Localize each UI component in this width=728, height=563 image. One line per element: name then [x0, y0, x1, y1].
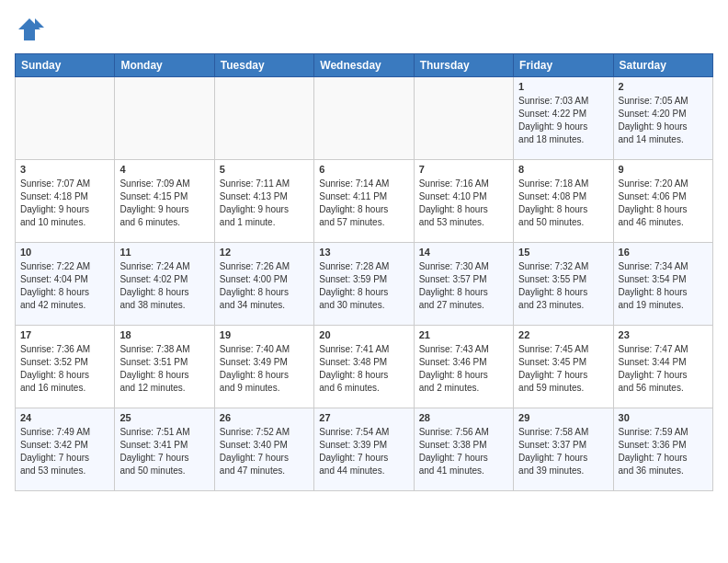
calendar-cell: 27Sunrise: 7:54 AM Sunset: 3:39 PM Dayli… [314, 408, 414, 491]
day-number: 4 [119, 164, 209, 175]
day-number: 16 [619, 247, 708, 258]
day-number: 28 [419, 412, 508, 423]
day-number: 13 [319, 247, 408, 258]
day-info: Sunrise: 7:34 AM Sunset: 3:54 PM Dayligh… [619, 260, 708, 312]
day-info: Sunrise: 7:30 AM Sunset: 3:57 PM Dayligh… [419, 260, 508, 312]
day-info: Sunrise: 7:05 AM Sunset: 4:20 PM Dayligh… [619, 95, 708, 146]
logo-icon [15, 15, 44, 44]
calendar-cell: 11Sunrise: 7:24 AM Sunset: 4:02 PM Dayli… [115, 243, 214, 326]
day-info: Sunrise: 7:24 AM Sunset: 4:02 PM Dayligh… [119, 260, 209, 312]
day-info: Sunrise: 7:51 AM Sunset: 3:41 PM Dayligh… [119, 426, 209, 477]
day-number: 20 [319, 329, 408, 340]
day-number: 19 [220, 329, 309, 340]
calendar-cell: 20Sunrise: 7:41 AM Sunset: 3:48 PM Dayli… [314, 326, 414, 408]
day-number: 17 [20, 329, 109, 340]
calendar-cell: 13Sunrise: 7:28 AM Sunset: 3:59 PM Dayli… [314, 243, 414, 326]
weekday-header: Saturday [613, 54, 712, 77]
day-number: 30 [619, 412, 708, 423]
day-info: Sunrise: 7:32 AM Sunset: 3:55 PM Dayligh… [518, 260, 608, 312]
weekday-header: Tuesday [214, 54, 313, 77]
calendar-cell: 12Sunrise: 7:26 AM Sunset: 4:00 PM Dayli… [214, 243, 313, 326]
day-info: Sunrise: 7:03 AM Sunset: 4:22 PM Dayligh… [518, 95, 608, 146]
day-number: 24 [20, 412, 109, 423]
day-number: 23 [619, 329, 708, 340]
day-number: 6 [319, 164, 408, 175]
calendar-cell: 1Sunrise: 7:03 AM Sunset: 4:22 PM Daylig… [514, 77, 613, 160]
calendar-cell: 6Sunrise: 7:14 AM Sunset: 4:11 PM Daylig… [314, 160, 414, 243]
weekday-header: Monday [115, 54, 214, 77]
day-info: Sunrise: 7:26 AM Sunset: 4:00 PM Dayligh… [220, 260, 309, 312]
calendar-cell: 3Sunrise: 7:07 AM Sunset: 4:18 PM Daylig… [16, 160, 115, 243]
day-info: Sunrise: 7:36 AM Sunset: 3:52 PM Dayligh… [20, 343, 109, 395]
calendar-cell [115, 77, 214, 160]
day-info: Sunrise: 7:58 AM Sunset: 3:37 PM Dayligh… [518, 426, 608, 477]
svg-marker-2 [35, 18, 44, 28]
calendar-cell: 30Sunrise: 7:59 AM Sunset: 3:36 PM Dayli… [613, 408, 712, 491]
day-number: 8 [518, 164, 608, 175]
calendar-cell: 9Sunrise: 7:20 AM Sunset: 4:06 PM Daylig… [613, 160, 712, 243]
calendar-cell: 16Sunrise: 7:34 AM Sunset: 3:54 PM Dayli… [613, 243, 712, 326]
calendar-cell: 19Sunrise: 7:40 AM Sunset: 3:49 PM Dayli… [214, 326, 313, 408]
day-info: Sunrise: 7:38 AM Sunset: 3:51 PM Dayligh… [119, 343, 209, 395]
day-info: Sunrise: 7:40 AM Sunset: 3:49 PM Dayligh… [220, 343, 309, 395]
calendar-cell: 15Sunrise: 7:32 AM Sunset: 3:55 PM Dayli… [514, 243, 613, 326]
calendar-cell: 2Sunrise: 7:05 AM Sunset: 4:20 PM Daylig… [613, 77, 712, 160]
day-info: Sunrise: 7:11 AM Sunset: 4:13 PM Dayligh… [220, 178, 309, 229]
calendar-cell [16, 77, 115, 160]
calendar-cell: 29Sunrise: 7:58 AM Sunset: 3:37 PM Dayli… [514, 408, 613, 491]
calendar-cell [414, 77, 513, 160]
calendar-cell: 18Sunrise: 7:38 AM Sunset: 3:51 PM Dayli… [115, 326, 214, 408]
calendar-table: SundayMondayTuesdayWednesdayThursdayFrid… [15, 53, 713, 491]
calendar-cell: 7Sunrise: 7:16 AM Sunset: 4:10 PM Daylig… [414, 160, 513, 243]
day-number: 10 [20, 247, 109, 258]
day-number: 12 [220, 247, 309, 258]
day-number: 7 [419, 164, 508, 175]
day-info: Sunrise: 7:28 AM Sunset: 3:59 PM Dayligh… [319, 260, 408, 312]
calendar-cell: 4Sunrise: 7:09 AM Sunset: 4:15 PM Daylig… [115, 160, 214, 243]
day-info: Sunrise: 7:47 AM Sunset: 3:44 PM Dayligh… [619, 343, 708, 395]
logo [15, 15, 48, 44]
calendar-cell: 14Sunrise: 7:30 AM Sunset: 3:57 PM Dayli… [414, 243, 513, 326]
day-number: 1 [518, 81, 608, 92]
calendar-cell [314, 77, 414, 160]
calendar-cell: 21Sunrise: 7:43 AM Sunset: 3:46 PM Dayli… [414, 326, 513, 408]
calendar-cell [214, 77, 313, 160]
day-number: 2 [619, 81, 708, 92]
day-info: Sunrise: 7:49 AM Sunset: 3:42 PM Dayligh… [20, 426, 109, 477]
day-number: 22 [518, 329, 608, 340]
day-number: 14 [419, 247, 508, 258]
day-number: 21 [419, 329, 508, 340]
day-number: 18 [119, 329, 209, 340]
day-info: Sunrise: 7:41 AM Sunset: 3:48 PM Dayligh… [319, 343, 408, 395]
day-info: Sunrise: 7:20 AM Sunset: 4:06 PM Dayligh… [619, 178, 708, 229]
page-header [15, 15, 713, 44]
day-number: 11 [119, 247, 209, 258]
day-info: Sunrise: 7:54 AM Sunset: 3:39 PM Dayligh… [319, 426, 408, 477]
day-info: Sunrise: 7:22 AM Sunset: 4:04 PM Dayligh… [20, 260, 109, 312]
day-number: 29 [518, 412, 608, 423]
day-info: Sunrise: 7:16 AM Sunset: 4:10 PM Dayligh… [419, 178, 508, 229]
day-info: Sunrise: 7:43 AM Sunset: 3:46 PM Dayligh… [419, 343, 508, 395]
weekday-header: Sunday [16, 54, 115, 77]
weekday-header: Friday [514, 54, 613, 77]
day-number: 25 [119, 412, 209, 423]
day-info: Sunrise: 7:18 AM Sunset: 4:08 PM Dayligh… [518, 178, 608, 229]
calendar-cell: 22Sunrise: 7:45 AM Sunset: 3:45 PM Dayli… [514, 326, 613, 408]
day-info: Sunrise: 7:07 AM Sunset: 4:18 PM Dayligh… [20, 178, 109, 229]
calendar-cell: 8Sunrise: 7:18 AM Sunset: 4:08 PM Daylig… [514, 160, 613, 243]
day-number: 5 [220, 164, 309, 175]
day-number: 3 [20, 164, 109, 175]
day-info: Sunrise: 7:09 AM Sunset: 4:15 PM Dayligh… [119, 178, 209, 229]
day-info: Sunrise: 7:56 AM Sunset: 3:38 PM Dayligh… [419, 426, 508, 477]
calendar-cell: 26Sunrise: 7:52 AM Sunset: 3:40 PM Dayli… [214, 408, 313, 491]
day-number: 9 [619, 164, 708, 175]
day-number: 27 [319, 412, 408, 423]
calendar-cell: 25Sunrise: 7:51 AM Sunset: 3:41 PM Dayli… [115, 408, 214, 491]
day-number: 15 [518, 247, 608, 258]
calendar-cell: 24Sunrise: 7:49 AM Sunset: 3:42 PM Dayli… [16, 408, 115, 491]
day-info: Sunrise: 7:52 AM Sunset: 3:40 PM Dayligh… [220, 426, 309, 477]
day-info: Sunrise: 7:14 AM Sunset: 4:11 PM Dayligh… [319, 178, 408, 229]
day-info: Sunrise: 7:45 AM Sunset: 3:45 PM Dayligh… [518, 343, 608, 395]
calendar-cell: 28Sunrise: 7:56 AM Sunset: 3:38 PM Dayli… [414, 408, 513, 491]
calendar-cell: 5Sunrise: 7:11 AM Sunset: 4:13 PM Daylig… [214, 160, 313, 243]
